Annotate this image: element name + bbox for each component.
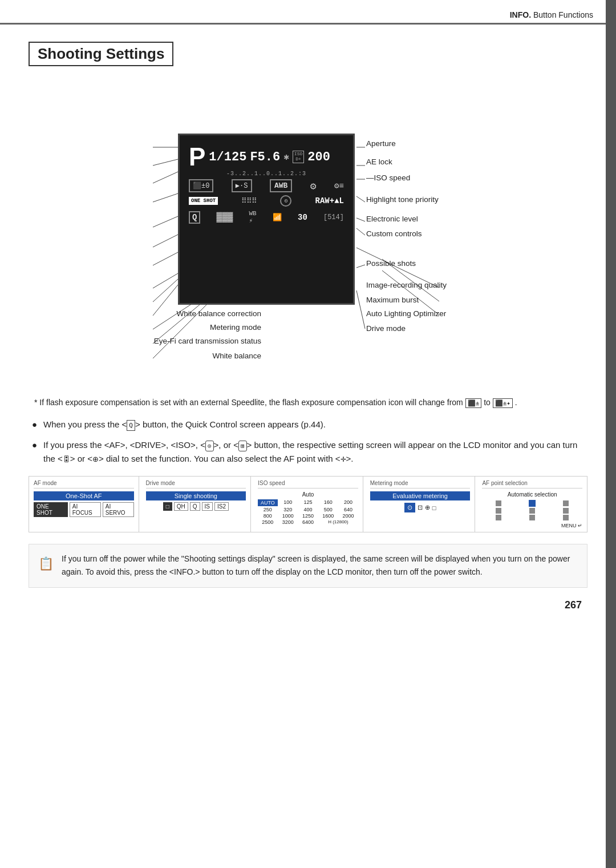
lcd-metering-icon: ⚙ [310,180,317,192]
af-dot-1 [496,500,501,506]
svg-line-9 [153,285,178,316]
lcd-star: ✱ [283,151,289,163]
iso-1000: 1000 [278,513,298,519]
iso-1250: 1250 [298,513,318,519]
panel-iso-grid: AUTO 100 125 160 200 250 320 400 500 640… [258,499,358,525]
metering-opt-2: ⊡ [418,504,423,511]
sidebar-accent-bar [606,0,616,868]
svg-line-22 [382,271,439,315]
flash-icon-from: ⬛± [465,398,482,408]
iso-200: 200 [338,499,358,506]
af-dot-6 [563,508,569,514]
svg-line-16 [356,196,365,202]
label-highlight-tone: Highlight tone priority [366,195,439,204]
info-note: 📋 If you turn off the power while the "S… [29,544,587,587]
info-label: INFO. [510,10,531,19]
lcd-shots-bracket: [514] [323,213,344,221]
panel-metering-options: ⊙ ⊡ ⊕ □ [370,503,471,512]
bullet-2: If you press the <AF>, <DRIVE>, <ISO>, <… [29,438,587,466]
svg-line-2 [153,172,178,183]
lcd-panel: P 1/125 F5.6 ✱ ISOD+ 200 -3..2..1..0..1.… [178,134,355,305]
bullet-list: When you press the <Q> button, the Quick… [29,418,587,466]
asterisk-to: to [481,398,492,407]
lcd-iso-box: ISOD+ [293,151,304,163]
panel-af-opt-2: AI FOCUS [70,502,101,517]
metering-opt-1: ⊙ [404,503,415,512]
panel-menu-icon: MENU ↵ [482,523,582,528]
label-drive-mode: Drive mode [366,324,406,333]
iso-6400: 6400 [298,519,318,525]
bullet-1: When you press the <Q> button, the Quick… [29,418,587,431]
svg-line-18 [356,228,365,235]
asterisk-note: * If flash exposure compensation is set … [29,396,587,409]
panel-drive-selected: Single shooting [146,491,246,500]
lcd-aperture: F5.6 [250,150,280,164]
iso-2000: 2000 [338,513,358,519]
panel-metering-selected: Evaluative metering [370,491,471,500]
svg-line-5 [153,235,178,247]
lcd-wb-icon: WB⚡ [249,210,257,224]
panel-af-title: AF mode [34,480,134,488]
lcd-flash-comp: ⬛±0 [189,179,213,192]
svg-line-23 [356,290,365,329]
iso-1600: 1600 [318,513,338,519]
label-auto-lighting: Auto Lighting Optimizer [366,309,446,318]
label-white-balance: White balance [212,352,261,360]
lcd-quality: RAW+▲L [315,196,344,205]
asterisk-period: . [513,398,517,407]
label-aperture: Aperture [366,139,396,148]
lcd-battery: ▓▓▓ [217,212,233,223]
panel-af-mode: AF mode One-Shot AF ONE SHOT AI FOCUS AI… [29,477,139,532]
diagram-area: Picture Style Shutter speed Shooting mod… [29,82,587,379]
iso-500: 500 [318,507,338,512]
lcd-custom-icon: ⚙≡ [334,181,344,191]
iso-125: 125 [298,499,318,506]
section-title: Shooting Settings [29,42,173,66]
label-electronic-level: Electronic level [366,215,418,223]
header-subtitle: Button Functions [531,10,593,19]
lcd-scale: -3..2..1..0..1..2.:3 [185,171,347,178]
svg-line-3 [153,193,178,202]
label-maximum-burst: Maximum burst [366,296,419,304]
label-ae-lock: AE lock [366,158,392,166]
page-header: INFO. Button Functions [0,0,616,25]
panel-af-opt-3: AI SERVO [103,502,134,517]
iso-160: 160 [318,499,338,506]
page-number: 267 [29,599,587,611]
panel-af-selected: One-Shot AF [34,491,134,500]
panel-drive-mode: Drive mode Single shooting □ QH Q IS IS2 [141,477,252,532]
iso-3200: 3200 [278,519,298,525]
panel-af-point: AF point selection Automatic selection M… [477,477,587,532]
svg-line-7 [153,273,178,288]
panel-drive-opt-5: IS2 [214,502,229,511]
label-image-recording: Image-recording quality [366,281,447,289]
lcd-awb: AWB [270,179,292,192]
label-metering-mode: Metering mode [210,323,261,332]
panel-iso-title: ISO speed [258,480,358,488]
af-select-icon: ✛ [341,454,346,465]
iso-100: 100 [278,499,298,506]
label-iso-speed: —ISO speed [366,173,410,182]
panel-af-opt-1: ONE SHOT [34,502,68,517]
lcd-q-box: Q [189,211,200,224]
panel-afpoint-title: AF point selection [482,480,582,488]
panel-af-options: ONE SHOT AI FOCUS AI SERVO [34,502,134,517]
af-dot-center [529,500,536,507]
grid-icon-inline: ⊞ [238,441,247,452]
svg-line-19 [356,265,365,268]
af-dot-4 [496,508,501,514]
panel-iso-auto-label: Auto [258,491,358,498]
lcd-af-points: ⠿⠿⠿ [241,196,257,205]
iso-800: 800 [258,513,277,519]
q-icon-inline: Q [127,420,135,431]
lcd-iso-value: 200 [307,150,330,164]
af-grid [482,500,582,520]
lcd-mode: P [189,144,205,169]
panel-drive-opt-4: IS [202,502,213,511]
lcd-drive: ▶·S [232,179,252,192]
panel-drive-options: □ QH Q IS IS2 [146,502,246,511]
asterisk-text: * If flash exposure compensation is set … [34,398,465,407]
panel-drive-opt-3: Q [190,502,200,511]
panel-drive-opt-2: QH [174,502,188,511]
af-dot-3 [563,500,569,506]
